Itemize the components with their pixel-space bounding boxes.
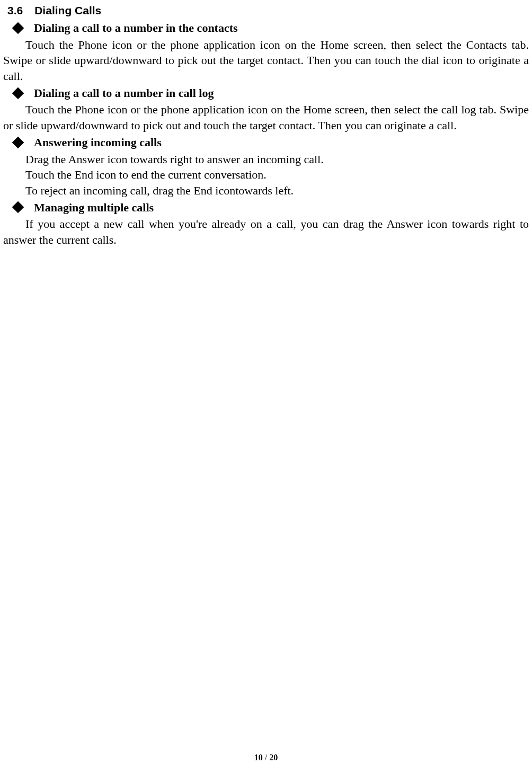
bullet-item: Dialing a call to a number in the contac… [3,20,529,36]
bullet-heading: Managing multiple calls [34,200,154,216]
bullet-item: Managing multiple calls [3,200,529,216]
bullet-heading: Dialing a call to a number in call log [34,85,214,101]
page-footer: 10 / 20 [0,753,532,762]
page-total: 20 [269,753,278,762]
diamond-icon [12,136,24,148]
diamond-icon [12,22,24,34]
bullet-heading: Dialing a call to a number in the contac… [34,20,238,36]
page-current: 10 [254,753,263,762]
bullet-heading: Answering incoming calls [34,135,162,150]
bullet-item: Answering incoming calls [3,135,529,150]
section-number: 3.6 [7,4,23,17]
body-paragraph: Touch the End icon to end the current co… [3,167,529,183]
page-sep: / [263,753,269,762]
body-paragraph: Touch the Phone icon or the phone applic… [3,102,529,133]
section-header: 3.6Dialing Calls [3,4,529,17]
body-paragraph: Touch the Phone icon or the phone applic… [3,37,529,84]
diamond-icon [12,201,24,214]
body-paragraph: If you accept a new call when you're alr… [3,216,529,247]
diamond-icon [12,87,24,99]
body-paragraph: Drag the Answer icon towards right to an… [3,152,529,167]
body-paragraph: To reject an incoming call, drag the End… [3,183,529,199]
bullet-item: Dialing a call to a number in call log [3,85,529,101]
section-title: Dialing Calls [34,4,101,16]
